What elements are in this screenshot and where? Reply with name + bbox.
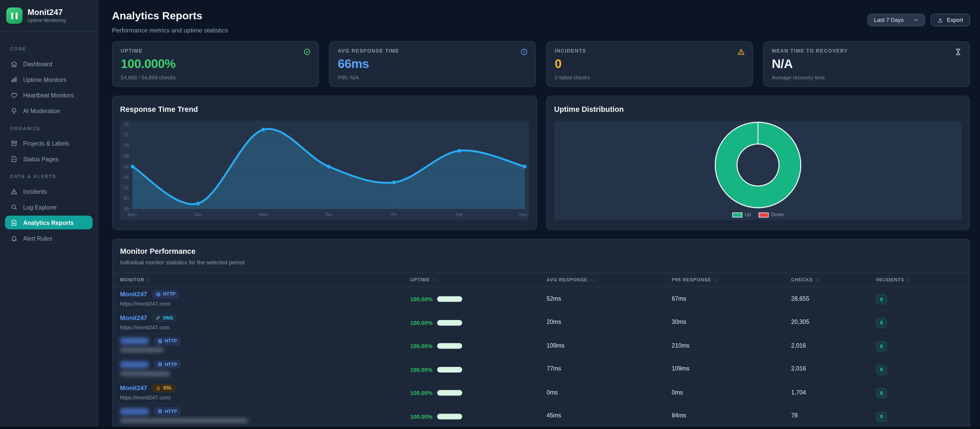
donut-chart — [714, 121, 802, 209]
uptime-percent: 100.00% — [410, 413, 433, 420]
charts-row: Response Time Trend — [112, 95, 970, 230]
incidents-badge: 0 — [876, 412, 887, 421]
stat-card-mttr: MEAN TIME TO RECOVERY N/A Average recove… — [763, 41, 970, 87]
sort-icon: ↑↓ — [433, 278, 436, 282]
sidebar-item-analytics-reports[interactable]: Analytics Reports — [5, 216, 92, 229]
incidents-badge: 0 — [876, 388, 887, 398]
column-header-checks[interactable]: CHECKS↑↓ — [791, 277, 877, 283]
column-header-incidents[interactable]: INCIDENTS↑↓ — [876, 277, 962, 283]
monitor-name-link[interactable]: Monit247 — [120, 314, 147, 321]
doc-chart-icon — [11, 219, 18, 226]
monitor-type-badge: DNS — [152, 313, 177, 322]
redacted-monitor-url — [120, 348, 164, 353]
date-range-select[interactable]: Last 7 Days — [868, 14, 925, 26]
svg-text:62: 62 — [124, 185, 129, 190]
export-button[interactable]: Export — [931, 14, 970, 26]
column-header-avg-response[interactable]: AVG RESPONSE↑↓ — [547, 277, 671, 283]
sidebar-item-uptime-monitors[interactable]: Uptime Monitors — [5, 72, 92, 86]
column-header-monitor[interactable]: MONITOR↑↓ — [120, 277, 410, 283]
monitor-url: https://monit247.com — [120, 324, 410, 330]
p95-response-cell: 30ms — [671, 318, 791, 325]
satellite-dish-icon — [156, 315, 161, 320]
checks-cell: 20,305 — [791, 318, 877, 325]
sidebar-item-projects-labels[interactable]: Projects & Labels — [5, 136, 92, 150]
column-header-p95-response[interactable]: P95 RESPONSE↑↓ — [671, 277, 791, 283]
redacted-monitor-name[interactable] — [120, 408, 149, 415]
stat-card-avg-response: AVG RESPONSE TIME 66ms P95: N/A — [329, 41, 536, 87]
svg-text:Sun: Sun — [519, 212, 527, 217]
table-row[interactable]: HTTP 100.00% 109ms 210ms 2,016 0 — [113, 334, 969, 357]
checks-cell: 2,016 — [791, 365, 877, 372]
brand-name: Monit247 — [28, 8, 66, 17]
sidebar-nav: CORE Dashboard Uptime Monitors Heartbeat… — [0, 32, 97, 247]
sidebar-item-dashboard[interactable]: Dashboard — [5, 57, 92, 71]
svg-text:Tue: Tue — [194, 212, 202, 217]
sidebar: Monit247 Uptime Monitoring CORE Dashboar… — [0, 0, 98, 429]
uptime-distribution-chart: Up Down — [554, 121, 962, 220]
avg-response-cell: 20ms — [547, 318, 671, 325]
sidebar-item-log-explorer[interactable]: Log Explorer — [5, 200, 92, 214]
avg-response-cell: 45ms — [547, 412, 671, 419]
table-row[interactable]: Monit247 HTTP https://monit247.com/ 100.… — [113, 287, 969, 310]
svg-text:66: 66 — [124, 164, 129, 169]
bell-icon — [11, 235, 18, 242]
avg-response-cell: 52ms — [547, 295, 671, 302]
home-icon — [11, 60, 18, 67]
uptime-distribution-card: Uptime Distribution Up Down — [546, 95, 970, 230]
uptime-progress-bar — [437, 296, 462, 302]
p95-response-cell: 0ms — [671, 389, 791, 396]
brand-tagline: Uptime Monitoring — [28, 18, 66, 24]
response-time-trend-chart: 74 72 70 68 66 64 62 60 58 Mon — [120, 121, 529, 220]
sidebar-item-heartbeat-monitors[interactable]: Heartbeat Monitors — [5, 88, 92, 102]
sidebar-item-ai-moderation[interactable]: AI Moderation — [5, 104, 92, 118]
table-row[interactable]: HTTP 100.00% 77ms 109ms 2,016 0 — [113, 357, 969, 381]
svg-text:Sat: Sat — [456, 212, 463, 217]
svg-text:74: 74 — [124, 122, 129, 127]
redacted-monitor-name[interactable] — [120, 337, 149, 345]
checks-cell: 28,655 — [791, 295, 877, 302]
table-row[interactable]: Monit247 DNS https://monit247.com 100.00… — [113, 310, 969, 334]
monitor-type-badge: HTTP — [154, 360, 181, 369]
donut-legend: Up Down — [554, 212, 962, 218]
uptime-percent: 100.00% — [410, 320, 433, 326]
monitor-type-badge: HTTP — [154, 407, 181, 416]
uptime-progress-bar — [437, 320, 462, 326]
uptime-percent: 100.00% — [410, 367, 433, 373]
lock-icon — [156, 385, 161, 390]
sidebar-item-incidents[interactable]: Incidents — [5, 184, 92, 198]
uptime-percent: 100.00% — [410, 390, 433, 396]
uptime-percent: 100.00% — [410, 343, 433, 350]
checks-cell: 78 — [791, 412, 877, 419]
sidebar-item-alert-rules[interactable]: Alert Rules — [5, 231, 92, 245]
svg-text:72: 72 — [124, 132, 129, 138]
svg-text:Fri: Fri — [391, 212, 397, 217]
chevron-down-icon — [914, 17, 919, 22]
stat-card-incidents: INCIDENTS 0 0 failed checks — [546, 41, 753, 87]
search-icon — [11, 203, 18, 210]
incidents-badge: 0 — [876, 365, 887, 375]
chart-title: Uptime Distribution — [554, 105, 962, 114]
legend-item-up[interactable]: Up — [732, 212, 751, 218]
monitor-performance-card: Monitor Performance Individual monitor s… — [112, 239, 970, 429]
sort-icon: ↑↓ — [590, 278, 593, 282]
nav-section-core: CORE — [10, 46, 88, 52]
stat-cards-row: UPTIME 100.000% 54,893 / 54,893 checks A… — [112, 41, 970, 87]
svg-text:70: 70 — [124, 143, 129, 148]
chart-title: Response Time Trend — [120, 105, 529, 114]
horizontal-scrollbar[interactable] — [0, 427, 980, 429]
nav-section-data-alerts: DATA & ALERTS — [10, 174, 88, 180]
sidebar-item-status-pages[interactable]: Status Pages — [5, 152, 92, 165]
column-header-uptime[interactable]: UPTIME↑↓ — [410, 277, 547, 283]
table-row[interactable]: HTTP 100.00% 45ms 84ms 78 0 — [113, 404, 969, 427]
archive-icon — [11, 140, 18, 146]
table-title: Monitor Performance — [120, 247, 962, 256]
redacted-monitor-name[interactable] — [120, 361, 149, 368]
table-row[interactable]: Monit247 SSL https://monit247.com/ 100.0… — [113, 381, 969, 404]
sort-icon: ↑↓ — [815, 278, 818, 282]
monitor-name-link[interactable]: Monit247 — [120, 291, 147, 297]
checks-cell: 2,016 — [791, 342, 877, 349]
legend-item-down[interactable]: Down — [759, 212, 784, 218]
brand: Monit247 Uptime Monitoring — [0, 0, 97, 32]
monitor-name-link[interactable]: Monit247 — [120, 385, 147, 391]
main-content: Analytics Reports Performance metrics an… — [98, 0, 980, 429]
